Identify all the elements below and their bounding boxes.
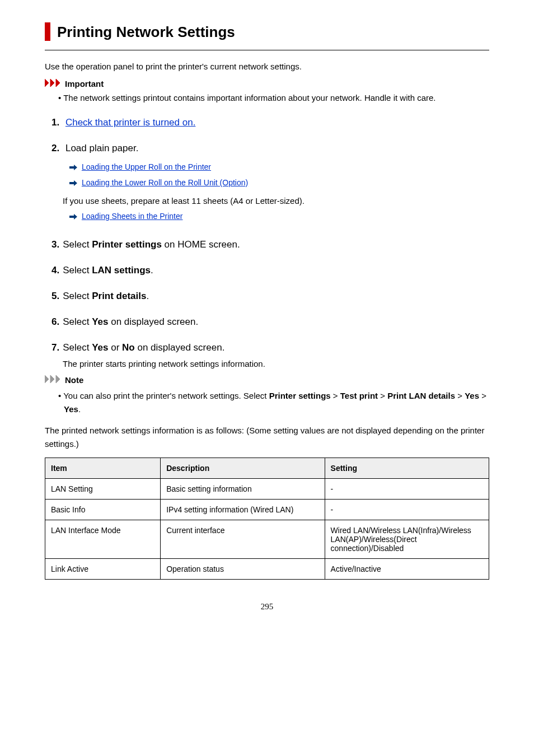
step-1-num: 1. xyxy=(51,117,59,128)
step-5-post: . xyxy=(146,291,149,301)
note-b2: Test print xyxy=(340,391,378,400)
svg-marker-8 xyxy=(56,375,60,383)
cell-setting: Wired LAN/Wireless LAN(Infra)/Wireless L… xyxy=(325,520,489,558)
svg-marker-7 xyxy=(50,375,54,383)
step-2-link-2-row: Loading the Lower Roll on the Roll Unit … xyxy=(69,175,489,191)
svg-marker-3 xyxy=(69,165,77,170)
cell-desc: Current interface xyxy=(161,520,325,558)
step-2-links-2: Loading Sheets in the Printer xyxy=(69,209,489,225)
cell-item: LAN Interface Mode xyxy=(45,520,161,558)
step-7-bold1: Yes xyxy=(92,342,108,353)
cell-item: Link Active xyxy=(45,558,161,579)
th-setting: Setting xyxy=(325,458,489,478)
cell-item: Basic Info xyxy=(45,499,161,520)
step-3-bold: Printer settings xyxy=(92,239,162,250)
table-header-row: Item Description Setting xyxy=(45,458,489,478)
step-2-text: Load plain paper. xyxy=(65,143,138,153)
page-container: Printing Network Settings Use the operat… xyxy=(0,0,534,645)
note-label: Note xyxy=(65,375,83,385)
note-gt4: > xyxy=(479,391,486,400)
arrow-icon xyxy=(69,209,77,225)
table-row: Basic Info IPv4 setting information (Wir… xyxy=(45,499,489,520)
cell-desc: Operation status xyxy=(161,558,325,579)
step-3-post: on HOME screen. xyxy=(162,239,240,250)
step-7-bold2: No xyxy=(122,342,135,353)
step-6-bold: Yes xyxy=(92,316,108,327)
svg-marker-1 xyxy=(50,79,54,87)
important-label: Important xyxy=(65,79,104,88)
step-2-link-1[interactable]: Loading the Upper Roll on the Printer xyxy=(82,162,211,171)
step-2-links: Loading the Upper Roll on the Printer Lo… xyxy=(69,160,489,190)
important-bullet: • The network settings printout contains… xyxy=(58,93,489,102)
cell-item: LAN Setting xyxy=(45,478,161,499)
svg-marker-4 xyxy=(69,180,77,186)
page-number: 295 xyxy=(45,602,489,612)
step-5-bold: Print details xyxy=(92,291,146,301)
step-7: 7.Select Yes or No on displayed screen. xyxy=(51,342,489,353)
step-2-mid-text: If you use sheets, prepare at least 11 s… xyxy=(63,196,489,206)
svg-marker-0 xyxy=(45,79,49,87)
step-7-pre: Select xyxy=(63,342,92,353)
step-6: 6.Select Yes on displayed screen. xyxy=(51,316,489,328)
step-5: 5.Select Print details. xyxy=(51,291,489,302)
step-4-num: 4. xyxy=(51,265,59,276)
step-7-mid: or xyxy=(108,342,122,353)
step-6-post: on displayed screen. xyxy=(108,316,198,327)
note-text: • You can also print the printer's netwo… xyxy=(58,389,489,416)
after-note-text: The printed network settings information… xyxy=(45,424,489,451)
step-1: 1. Check that printer is turned on. xyxy=(51,117,489,128)
title-red-bar xyxy=(45,22,50,41)
svg-marker-2 xyxy=(56,79,60,87)
note-header: Note xyxy=(45,375,489,385)
note-icon xyxy=(45,375,62,385)
table-row: LAN Setting Basic setting information - xyxy=(45,478,489,499)
th-desc: Description xyxy=(161,458,325,478)
cell-setting: Active/Inactive xyxy=(325,558,489,579)
step-4: 4.Select LAN settings. xyxy=(51,265,489,276)
svg-marker-6 xyxy=(45,375,49,383)
note-b1: Printer settings xyxy=(269,391,331,400)
step-5-num: 5. xyxy=(51,291,59,301)
step-4-pre: Select xyxy=(63,265,92,276)
step-7-post: on displayed screen. xyxy=(135,342,225,353)
note-b5: Yes xyxy=(64,404,78,414)
note-gt1: > xyxy=(331,391,340,400)
table-row: LAN Interface Mode Current interface Wir… xyxy=(45,520,489,558)
step-4-bold: LAN settings xyxy=(92,265,151,276)
step-2-num: 2. xyxy=(51,143,59,153)
step-7-num: 7. xyxy=(51,342,59,353)
step-4-post: . xyxy=(151,265,153,276)
step-1-link[interactable]: Check that printer is turned on. xyxy=(65,117,195,128)
step-3-num: 3. xyxy=(51,239,59,250)
note-gt3: > xyxy=(455,391,465,400)
note-pre: You can also print the printer's network… xyxy=(63,391,269,400)
important-icon xyxy=(45,79,62,88)
step-6-pre: Select xyxy=(63,316,92,327)
svg-marker-5 xyxy=(69,214,77,220)
step-2-link-1-row: Loading the Upper Roll on the Printer xyxy=(69,160,489,175)
important-bullet-text: The network settings printout contains i… xyxy=(63,93,435,102)
title-underline xyxy=(45,50,489,50)
step-3: 3.Select Printer settings on HOME screen… xyxy=(51,239,489,250)
note-gt2: > xyxy=(378,391,387,400)
cell-setting: - xyxy=(325,499,489,520)
arrow-icon xyxy=(69,176,77,191)
step-7-result: The printer starts printing network sett… xyxy=(63,359,489,368)
step-2-link-3[interactable]: Loading Sheets in the Printer xyxy=(82,212,183,221)
step-2-link-2[interactable]: Loading the Lower Roll on the Roll Unit … xyxy=(82,178,248,187)
title-bar: Printing Network Settings xyxy=(45,22,489,41)
arrow-icon xyxy=(69,160,77,175)
settings-table: Item Description Setting LAN Setting Bas… xyxy=(45,458,489,580)
page-title: Printing Network Settings xyxy=(57,22,235,41)
note-end: . xyxy=(78,404,81,414)
step-6-num: 6. xyxy=(51,316,59,327)
cell-setting: - xyxy=(325,478,489,499)
important-header: Important xyxy=(45,79,489,88)
step-5-pre: Select xyxy=(63,291,92,301)
note-b4: Yes xyxy=(465,391,479,400)
cell-desc: Basic setting information xyxy=(161,478,325,499)
cell-desc: IPv4 setting information (Wired LAN) xyxy=(161,499,325,520)
intro-text: Use the operation panel to print the pri… xyxy=(45,62,489,71)
table-row: Link Active Operation status Active/Inac… xyxy=(45,558,489,579)
step-2-link-3-row: Loading Sheets in the Printer xyxy=(69,209,489,225)
